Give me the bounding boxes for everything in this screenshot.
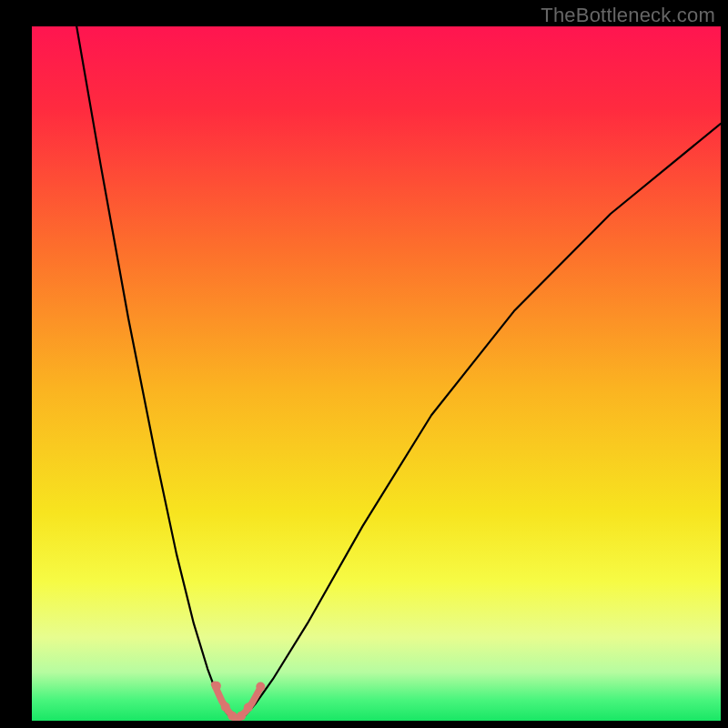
valley-marker	[237, 712, 246, 721]
valley-marker	[244, 703, 253, 713]
chart-frame: TheBottleneck.com	[0, 0, 728, 728]
watermark-label: TheBottleneck.com	[541, 4, 715, 27]
valley-marker	[212, 682, 221, 691]
bottleneck-plot	[0, 0, 728, 728]
plot-background	[32, 26, 721, 721]
valley-marker	[221, 703, 230, 712]
valley-marker	[256, 682, 265, 692]
